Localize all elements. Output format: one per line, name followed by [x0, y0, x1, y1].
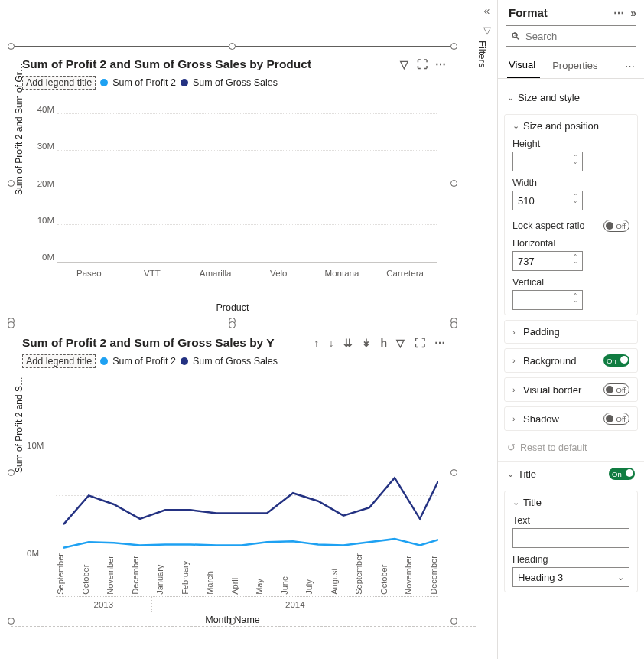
chart-title: Sum of Profit 2 and Sum of Gross Sales b…: [22, 336, 275, 350]
x-category: VTT: [128, 264, 176, 278]
visual-border-toggle[interactable]: Off: [603, 383, 629, 396]
title-text-input[interactable]: [512, 528, 629, 548]
title-toggle[interactable]: On: [609, 468, 635, 480]
x-axis-label: Month Name: [11, 615, 454, 625]
search-input[interactable]: [524, 30, 644, 43]
chevron-down-icon: ⌄: [512, 121, 523, 131]
legend-swatch: [100, 357, 108, 365]
resize-handle[interactable]: [450, 321, 457, 328]
expand-pane-icon[interactable]: »: [630, 7, 636, 19]
drill-icon[interactable]: h: [381, 337, 389, 349]
legend-title-placeholder[interactable]: Add legend title: [22, 354, 96, 368]
reset-icon: ↺: [507, 442, 516, 453]
legend-swatch: [100, 79, 108, 86]
more-options-icon[interactable]: ⋯: [613, 7, 624, 19]
label-text: Text: [512, 515, 629, 526]
focus-mode-icon[interactable]: ⛶: [415, 337, 426, 349]
chevron-down-icon: ⌄: [507, 469, 518, 479]
reset-to-default[interactable]: ↺ Reset to default: [498, 436, 644, 461]
legend-item-label: Sum of Gross Sales: [193, 356, 278, 367]
chevron-down-icon: ⌄: [507, 93, 518, 103]
x-category: Carretera: [382, 264, 429, 278]
resize-handle[interactable]: [450, 43, 457, 50]
legend-item-label: Sum of Gross Sales: [193, 77, 278, 88]
tab-properties[interactable]: Properties: [551, 55, 602, 77]
width-input[interactable]: 510 ˄˅: [512, 191, 583, 210]
spinner-down-icon: ˅: [574, 201, 577, 208]
subgroup-size-and-position: ⌄ Size and position Height ˄˅ Width 510 …: [504, 114, 638, 315]
label-width: Width: [512, 178, 629, 188]
spinner-up-icon: ˄: [574, 253, 577, 261]
legend: Add legend title Sum of Profit 2 Sum of …: [11, 351, 454, 370]
label-heading: Heading: [512, 554, 629, 565]
line-chart-visual[interactable]: Sum of Profit 2 and Sum of Gross Sales b…: [11, 325, 454, 621]
legend: Add legend title Sum of Profit 2 Sum of …: [11, 73, 454, 91]
resize-handle[interactable]: [229, 321, 236, 328]
tab-overflow-icon[interactable]: ⋯: [625, 60, 635, 72]
x-axis-years: 2013 2014: [56, 596, 438, 612]
drill-icon[interactable]: ⇊: [343, 337, 353, 349]
legend-item-label: Sum of Profit 2: [112, 356, 176, 367]
drill-icon[interactable]: ↡: [362, 337, 372, 349]
more-options-icon[interactable]: ⋯: [434, 337, 446, 349]
chevron-right-icon: ›: [512, 356, 523, 365]
filters-label: Filters: [476, 41, 488, 67]
chevron-down-icon: ⌄: [617, 573, 624, 582]
chevron-right-icon: ›: [512, 385, 523, 394]
subgroup-padding: › Padding: [504, 320, 638, 344]
y-tick: 40M: [27, 105, 54, 114]
resize-handle[interactable]: [229, 43, 236, 50]
subgroup-visual-border: › Visual border Off: [504, 377, 638, 402]
bar-chart-visual[interactable]: Sum of Profit 2 and Sum of Gross Sales b…: [11, 46, 454, 321]
horizontal-input[interactable]: 737 ˄˅: [512, 251, 583, 271]
height-input[interactable]: ˄˅: [512, 152, 583, 171]
legend-item-label: Sum of Profit 2: [112, 77, 176, 88]
label-lock-aspect: Lock aspect ratio: [512, 220, 585, 231]
filter-icon[interactable]: ▽: [396, 337, 405, 349]
report-canvas[interactable]: Sum of Profit 2 and Sum of Gross Sales b…: [0, 0, 476, 659]
x-category: Paseo: [65, 264, 112, 278]
drill-icon[interactable]: ↑: [314, 337, 320, 349]
filter-icon[interactable]: ▽: [400, 58, 408, 70]
spinner-up-icon: ˄: [574, 154, 577, 161]
focus-mode-icon[interactable]: ⛶: [417, 58, 428, 70]
lock-aspect-toggle[interactable]: Off: [603, 220, 629, 232]
x-category: Amarilla: [192, 264, 239, 278]
more-options-icon[interactable]: ⋯: [435, 58, 446, 70]
legend-title-placeholder[interactable]: Add legend title: [22, 76, 96, 90]
resize-handle[interactable]: [450, 469, 457, 476]
filters-pane-collapsed[interactable]: « ▽ Filters: [476, 0, 497, 659]
heading-select[interactable]: Heading 3 ⌄: [512, 567, 629, 587]
bar-chart-plot: Sum of Profit 2 and Sum of Gr… 0M 10M 20…: [22, 114, 443, 276]
y-tick: 0M: [27, 253, 54, 262]
search-icon: 🔍︎: [511, 31, 521, 42]
expand-filters-icon[interactable]: «: [476, 5, 497, 17]
line-chart-plot: Sum of Profit 2 and S… 0M 10M: [22, 393, 443, 553]
y-tick: 20M: [27, 179, 54, 188]
format-title: Format: [509, 6, 548, 19]
spinner-down-icon: ˅: [574, 261, 577, 269]
label-vertical: Vertical: [512, 277, 629, 288]
format-search[interactable]: 🔍︎: [506, 25, 636, 47]
vertical-input[interactable]: ˄˅: [512, 290, 583, 310]
x-axis-months: September October November December Janu…: [56, 553, 438, 595]
background-toggle[interactable]: On: [603, 354, 629, 367]
resize-handle[interactable]: [8, 43, 15, 50]
group-title[interactable]: ⌄ Title On: [498, 461, 644, 486]
y-tick: 0M: [27, 549, 39, 558]
y-tick: 10M: [27, 441, 44, 450]
spinner-up-icon: ˄: [574, 292, 577, 300]
resize-handle[interactable]: [8, 321, 15, 328]
y-axis-label: Sum of Profit 2 and S…: [14, 377, 24, 473]
resize-handle[interactable]: [450, 180, 457, 187]
format-pane: Format ⋯ » 🔍︎ Visual Properties ⋯ ⌄ Size…: [497, 0, 644, 659]
drill-icon[interactable]: ↓: [329, 337, 335, 349]
group-size-and-style[interactable]: ⌄ Size and style: [498, 86, 644, 109]
spinner-down-icon: ˅: [574, 300, 577, 308]
legend-swatch: [181, 357, 188, 365]
chevron-right-icon: ›: [512, 414, 523, 423]
tab-visual[interactable]: Visual: [507, 54, 540, 78]
shadow-toggle[interactable]: Off: [603, 413, 629, 425]
label-horizontal: Horizontal: [512, 238, 629, 249]
subgroup-background: › Background On: [504, 348, 638, 373]
